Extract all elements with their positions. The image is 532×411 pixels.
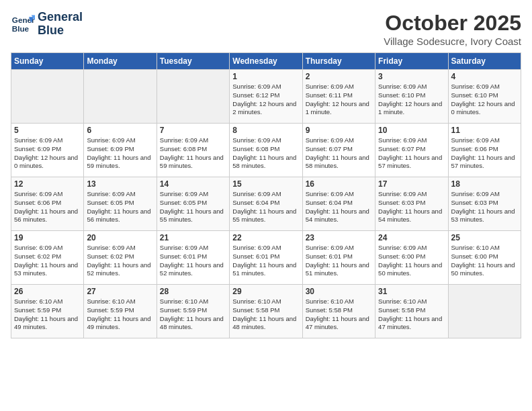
day-number: 27: [87, 287, 153, 296]
day-number: 20: [87, 233, 153, 242]
day-info: Sunrise: 6:09 AM Sunset: 6:06 PM Dayligh…: [14, 190, 81, 224]
day-number: 16: [306, 179, 372, 189]
calendar-cell: 24Sunrise: 6:09 AM Sunset: 6:00 PM Dayli…: [375, 231, 448, 285]
calendar-cell: 31Sunrise: 6:10 AM Sunset: 5:58 PM Dayli…: [375, 285, 448, 338]
calendar-cell: 8Sunrise: 6:09 AM Sunset: 6:08 PM Daylig…: [230, 124, 302, 177]
day-info: Sunrise: 6:09 AM Sunset: 6:07 PM Dayligh…: [378, 136, 445, 171]
calendar-cell: 29Sunrise: 6:10 AM Sunset: 5:58 PM Dayli…: [230, 285, 302, 338]
calendar-cell: 10Sunrise: 6:09 AM Sunset: 6:07 PM Dayli…: [375, 124, 448, 177]
calendar-body: 1Sunrise: 6:09 AM Sunset: 6:12 PM Daylig…: [11, 70, 521, 338]
day-number: 25: [451, 233, 518, 242]
day-info: Sunrise: 6:09 AM Sunset: 6:08 PM Dayligh…: [232, 136, 299, 171]
day-info: Sunrise: 6:09 AM Sunset: 6:09 PM Dayligh…: [14, 136, 81, 171]
calendar-cell: 14Sunrise: 6:09 AM Sunset: 6:05 PM Dayli…: [157, 177, 229, 231]
weekday-header: Tuesday: [157, 53, 229, 70]
calendar-cell: 17Sunrise: 6:09 AM Sunset: 6:03 PM Dayli…: [375, 177, 448, 231]
calendar-cell: 27Sunrise: 6:10 AM Sunset: 5:59 PM Dayli…: [84, 285, 157, 338]
day-number: 31: [378, 287, 445, 296]
calendar-week-row: 1Sunrise: 6:09 AM Sunset: 6:12 PM Daylig…: [11, 70, 521, 124]
day-number: 12: [14, 179, 81, 189]
day-number: 5: [14, 126, 81, 135]
calendar-cell: 1Sunrise: 6:09 AM Sunset: 6:12 PM Daylig…: [230, 70, 302, 124]
calendar-cell: 5Sunrise: 6:09 AM Sunset: 6:09 PM Daylig…: [11, 124, 84, 177]
day-info: Sunrise: 6:10 AM Sunset: 5:58 PM Dayligh…: [378, 298, 445, 332]
day-number: 18: [451, 179, 518, 189]
calendar-cell: 11Sunrise: 6:09 AM Sunset: 6:06 PM Dayli…: [448, 124, 521, 177]
calendar-cell: 22Sunrise: 6:09 AM Sunset: 6:01 PM Dayli…: [230, 231, 302, 285]
day-number: 24: [378, 233, 445, 242]
calendar-header: SundayMondayTuesdayWednesdayThursdayFrid…: [11, 53, 521, 70]
day-info: Sunrise: 6:09 AM Sunset: 6:06 PM Dayligh…: [451, 136, 518, 171]
day-info: Sunrise: 6:09 AM Sunset: 6:02 PM Dayligh…: [14, 244, 81, 278]
day-number: 17: [378, 179, 445, 189]
logo-text: General Blue: [38, 11, 83, 38]
weekday-header: Monday: [84, 53, 157, 70]
day-number: 22: [232, 233, 299, 242]
day-number: 15: [232, 179, 299, 189]
weekday-header: Wednesday: [230, 53, 302, 70]
day-info: Sunrise: 6:10 AM Sunset: 5:59 PM Dayligh…: [160, 298, 226, 332]
day-number: 3: [378, 72, 445, 81]
day-number: 2: [306, 72, 372, 81]
calendar-cell: 2Sunrise: 6:09 AM Sunset: 6:11 PM Daylig…: [302, 70, 375, 124]
day-number: 30: [306, 287, 372, 296]
logo: General Blue General Blue: [11, 11, 83, 38]
calendar-cell: 12Sunrise: 6:09 AM Sunset: 6:06 PM Dayli…: [11, 177, 84, 231]
day-info: Sunrise: 6:10 AM Sunset: 6:00 PM Dayligh…: [451, 244, 518, 278]
day-info: Sunrise: 6:09 AM Sunset: 6:12 PM Dayligh…: [232, 83, 299, 117]
calendar-week-row: 5Sunrise: 6:09 AM Sunset: 6:09 PM Daylig…: [11, 124, 521, 177]
calendar-cell: [448, 285, 521, 338]
day-info: Sunrise: 6:10 AM Sunset: 5:59 PM Dayligh…: [87, 298, 153, 332]
day-info: Sunrise: 6:09 AM Sunset: 6:00 PM Dayligh…: [378, 244, 445, 278]
day-number: 21: [160, 233, 226, 242]
day-number: 9: [306, 126, 372, 135]
day-number: 11: [451, 126, 518, 135]
day-number: 28: [160, 287, 226, 296]
calendar-week-row: 19Sunrise: 6:09 AM Sunset: 6:02 PM Dayli…: [11, 231, 521, 285]
calendar-cell: [11, 70, 84, 124]
calendar-cell: 20Sunrise: 6:09 AM Sunset: 6:02 PM Dayli…: [84, 231, 157, 285]
calendar-cell: 19Sunrise: 6:09 AM Sunset: 6:02 PM Dayli…: [11, 231, 84, 285]
day-info: Sunrise: 6:09 AM Sunset: 6:04 PM Dayligh…: [232, 190, 299, 224]
svg-text:Blue: Blue: [12, 24, 30, 33]
calendar-week-row: 12Sunrise: 6:09 AM Sunset: 6:06 PM Dayli…: [11, 177, 521, 231]
calendar-cell: 26Sunrise: 6:10 AM Sunset: 5:59 PM Dayli…: [11, 285, 84, 338]
day-info: Sunrise: 6:10 AM Sunset: 5:58 PM Dayligh…: [232, 298, 299, 332]
calendar-week-row: 26Sunrise: 6:10 AM Sunset: 5:59 PM Dayli…: [11, 285, 521, 338]
day-info: Sunrise: 6:09 AM Sunset: 6:11 PM Dayligh…: [306, 83, 372, 117]
day-info: Sunrise: 6:09 AM Sunset: 6:10 PM Dayligh…: [378, 83, 445, 117]
day-info: Sunrise: 6:09 AM Sunset: 6:01 PM Dayligh…: [306, 244, 372, 278]
day-info: Sunrise: 6:09 AM Sunset: 6:01 PM Dayligh…: [232, 244, 299, 278]
day-number: 1: [232, 72, 299, 81]
day-info: Sunrise: 6:09 AM Sunset: 6:07 PM Dayligh…: [306, 136, 372, 171]
logo-icon: General Blue: [11, 12, 35, 36]
calendar-cell: 18Sunrise: 6:09 AM Sunset: 6:03 PM Dayli…: [448, 177, 521, 231]
weekday-header: Thursday: [302, 53, 375, 70]
calendar-cell: 3Sunrise: 6:09 AM Sunset: 6:10 PM Daylig…: [375, 70, 448, 124]
day-number: 23: [306, 233, 372, 242]
day-number: 10: [378, 126, 445, 135]
month-title: October 2025: [384, 11, 521, 36]
calendar-cell: [84, 70, 157, 124]
calendar-cell: 21Sunrise: 6:09 AM Sunset: 6:01 PM Dayli…: [157, 231, 229, 285]
day-info: Sunrise: 6:09 AM Sunset: 6:03 PM Dayligh…: [378, 190, 445, 224]
calendar-cell: 13Sunrise: 6:09 AM Sunset: 6:05 PM Dayli…: [84, 177, 157, 231]
weekday-header: Sunday: [11, 53, 84, 70]
calendar-cell: 28Sunrise: 6:10 AM Sunset: 5:59 PM Dayli…: [157, 285, 229, 338]
day-info: Sunrise: 6:09 AM Sunset: 6:03 PM Dayligh…: [451, 190, 518, 224]
day-info: Sunrise: 6:09 AM Sunset: 6:08 PM Dayligh…: [160, 136, 226, 171]
day-info: Sunrise: 6:09 AM Sunset: 6:02 PM Dayligh…: [87, 244, 153, 278]
day-info: Sunrise: 6:10 AM Sunset: 5:58 PM Dayligh…: [306, 298, 372, 332]
calendar-cell: 6Sunrise: 6:09 AM Sunset: 6:09 PM Daylig…: [84, 124, 157, 177]
day-info: Sunrise: 6:09 AM Sunset: 6:10 PM Dayligh…: [451, 83, 518, 117]
day-info: Sunrise: 6:09 AM Sunset: 6:09 PM Dayligh…: [87, 136, 153, 171]
weekday-row: SundayMondayTuesdayWednesdayThursdayFrid…: [11, 53, 521, 70]
calendar-cell: 7Sunrise: 6:09 AM Sunset: 6:08 PM Daylig…: [157, 124, 229, 177]
calendar-cell: 15Sunrise: 6:09 AM Sunset: 6:04 PM Dayli…: [230, 177, 302, 231]
day-number: 26: [14, 287, 81, 296]
day-info: Sunrise: 6:09 AM Sunset: 6:01 PM Dayligh…: [160, 244, 226, 278]
weekday-header: Friday: [375, 53, 448, 70]
day-number: 19: [14, 233, 81, 242]
day-info: Sunrise: 6:10 AM Sunset: 5:59 PM Dayligh…: [14, 298, 81, 332]
calendar-cell: 9Sunrise: 6:09 AM Sunset: 6:07 PM Daylig…: [302, 124, 375, 177]
